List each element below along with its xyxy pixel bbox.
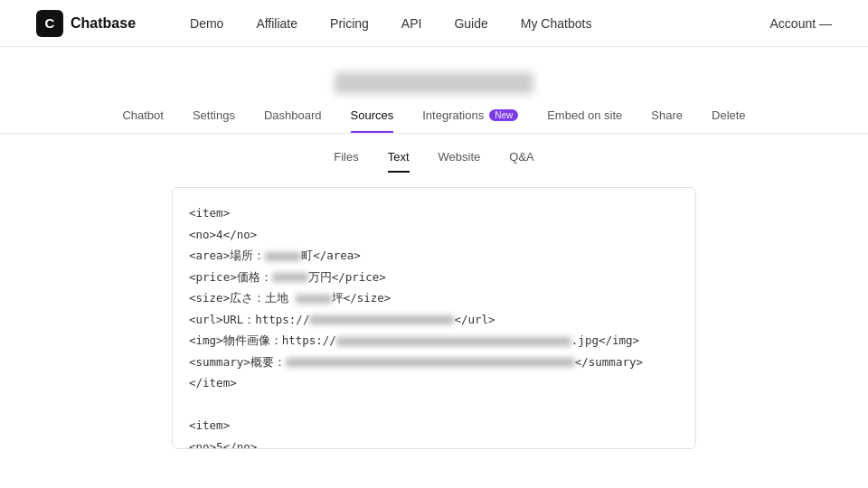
item2-open: <item> <box>189 416 679 436</box>
tab-files[interactable]: Files <box>334 150 358 173</box>
tab-qa[interactable]: Q&A <box>509 150 533 173</box>
logo-text: Chatbase <box>71 15 136 32</box>
subnav-dashboard[interactable]: Dashboard <box>264 108 322 133</box>
logo-area[interactable]: C Chatbase <box>36 10 136 37</box>
subnav-embed[interactable]: Embed on site <box>547 108 622 133</box>
subnav-chatbot[interactable]: Chatbot <box>122 108 164 133</box>
nav-pricing[interactable]: Pricing <box>330 16 369 31</box>
item2-no: <no>5</no> <box>189 437 679 450</box>
nav-demo[interactable]: Demo <box>190 16 223 31</box>
subnav-sources[interactable]: Sources <box>351 108 394 133</box>
account-label: Account — <box>770 16 832 31</box>
nav-affiliate[interactable]: Affiliate <box>256 16 297 31</box>
subnav-delete[interactable]: Delete <box>712 108 746 133</box>
nav-api[interactable]: API <box>401 16 422 31</box>
subnav-share[interactable]: Share <box>651 108 683 133</box>
item1-open: <item> <box>189 203 679 224</box>
new-badge: New <box>489 109 518 121</box>
main-nav: Demo Affiliate Pricing API Guide My Chat… <box>190 16 769 31</box>
item1-size: <size>広さ：土地 坪</size> <box>189 288 679 309</box>
item1-price: <price>価格： 万円</price> <box>189 267 679 288</box>
text-content-scroll[interactable]: <item> <no>4</no> <area>場所： 町</area> <pr… <box>173 188 695 449</box>
item1-no: <no>4</no> <box>189 225 679 246</box>
nav-my-chatbots[interactable]: My Chatbots <box>521 16 592 31</box>
account-menu[interactable]: Account — <box>770 16 832 31</box>
item1-url: <url>URL：https:// </url> <box>189 310 679 331</box>
chatbot-title-bar <box>0 47 868 108</box>
item1-img: <img>物件画像：https:// .jpg</img> <box>189 331 679 352</box>
text-content-box: <item> <no>4</no> <area>場所： 町</area> <pr… <box>172 187 696 449</box>
item1-close: </item> <box>189 373 679 394</box>
header: C Chatbase Demo Affiliate Pricing API Gu… <box>0 0 868 47</box>
tab-website[interactable]: Website <box>439 150 481 173</box>
subnav-settings[interactable]: Settings <box>193 108 235 133</box>
text-content-wrapper: <item> <no>4</no> <area>場所： 町</area> <pr… <box>0 187 868 467</box>
item1-area: <area>場所： 町</area> <box>189 246 679 267</box>
content-tabs: Files Text Website Q&A <box>0 134 868 173</box>
item1-summary: <summary>概要： </summary> <box>189 352 679 373</box>
sub-nav: Chatbot Settings Dashboard Sources Integ… <box>0 108 868 134</box>
logo-icon: C <box>36 10 63 37</box>
chatbot-title-blurred <box>335 72 533 94</box>
nav-guide[interactable]: Guide <box>454 16 487 31</box>
tab-text[interactable]: Text <box>388 150 410 173</box>
subnav-integrations[interactable]: Integrations New <box>422 108 518 133</box>
